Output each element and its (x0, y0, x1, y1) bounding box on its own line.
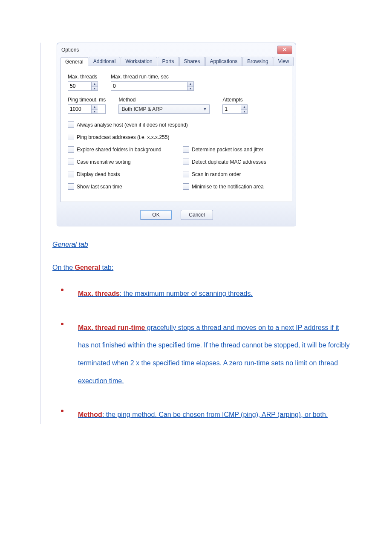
ping-timeout-input[interactable] (68, 105, 91, 113)
tab-body: Max. threads ▲ ▼ Max. thread run-time, s… (61, 66, 292, 202)
cancel-button[interactable]: Cancel (181, 210, 213, 220)
intro-prefix: On the (52, 264, 75, 271)
checkbox-icon (68, 183, 74, 190)
titlebar: Options (57, 43, 296, 54)
intro-bold: General (75, 264, 100, 271)
checkbox-icon (68, 146, 74, 153)
max-runtime-spinner[interactable]: ▲ ▼ (111, 81, 194, 91)
close-icon (282, 47, 287, 53)
tab-view[interactable]: View (274, 57, 294, 66)
max-threads-input[interactable] (68, 82, 91, 90)
checkbox-icon (68, 171, 74, 177)
tab-general[interactable]: General (61, 57, 88, 66)
check-scan-random[interactable]: Scan in random order (183, 171, 281, 177)
spin-up-icon[interactable]: ▲ (92, 105, 98, 110)
figure-caption: General tab (52, 239, 351, 250)
check-packet-loss[interactable]: Determine packet loss and jitter (183, 146, 281, 153)
ok-button[interactable]: OK (140, 210, 172, 220)
spin-down-icon[interactable]: ▼ (92, 110, 98, 114)
tab-browsing[interactable]: Browsing (242, 57, 273, 66)
max-threads-spinner[interactable]: ▲ ▼ (68, 81, 98, 91)
dialog-title: Options (61, 47, 79, 53)
checkbox-icon (183, 183, 189, 190)
checkbox-icon (183, 146, 189, 153)
tab-ports[interactable]: Ports (158, 57, 179, 66)
item-list: Max. threads: the maximum number of scan… (52, 285, 351, 424)
max-threads-label: Max. threads (68, 74, 98, 80)
attempts-spinner[interactable]: ▲ ▼ (222, 104, 248, 114)
spin-down-icon[interactable]: ▼ (241, 110, 247, 114)
check-detect-dup-mac[interactable]: Detect duplicate MAC addresses (183, 159, 281, 165)
check-display-dead[interactable]: Display dead hosts (68, 171, 166, 177)
tabs-row: General Additional Workstation Ports Sha… (57, 54, 296, 66)
check-label: Determine packet loss and jitter (192, 147, 263, 153)
tab-workstation[interactable]: Workstation (121, 57, 157, 66)
check-label: Show last scan time (77, 184, 122, 190)
item-term: Method (78, 411, 102, 418)
check-ping-broadcast[interactable]: Ping broadcast addresses (i.e. x.x.x.255… (68, 134, 169, 140)
spin-up-icon[interactable]: ▲ (241, 105, 247, 110)
list-item: Method: the ping method. Can be chosen f… (52, 406, 351, 424)
check-label: Ping broadcast addresses (i.e. x.x.x.255… (77, 134, 169, 140)
check-always-analyse[interactable]: Always analyse host (even if it does not… (68, 121, 188, 128)
check-label: Explore shared folders in background (77, 147, 161, 153)
item-rest: gracefully stops a thread and moves on t… (78, 324, 350, 384)
tab-additional[interactable]: Additional (89, 57, 121, 66)
spin-down-icon[interactable]: ▼ (187, 87, 193, 91)
check-minimise-tray[interactable]: Minimise to the notification area (183, 183, 281, 190)
checkbox-icon (68, 159, 74, 165)
list-item: Max. thread run-time gracefully stops a … (52, 319, 351, 390)
spin-up-icon[interactable]: ▲ (92, 82, 98, 87)
options-dialog: Options General Additional Workstation P… (57, 43, 296, 226)
intro-line: On the General tab: (52, 262, 351, 273)
attempts-input[interactable] (223, 105, 241, 113)
check-label: Display dead hosts (77, 171, 120, 177)
chevron-down-icon: ▼ (203, 107, 207, 111)
method-label: Method (118, 97, 210, 103)
tab-applications[interactable]: Applications (205, 57, 242, 66)
item-rest: : the maximum number of scanning threads… (120, 290, 253, 297)
check-label: Always analyse host (even if it does not… (77, 122, 188, 128)
dialog-buttons: OK Cancel (57, 205, 296, 226)
max-runtime-label: Max. thread run-time, sec (111, 74, 194, 80)
method-dropdown[interactable]: Both ICMP & ARP ▼ (118, 104, 210, 114)
method-value: Both ICMP & ARP (121, 106, 163, 112)
intro-suffix: tab: (100, 264, 113, 271)
spin-up-icon[interactable]: ▲ (187, 82, 193, 87)
check-case-insensitive[interactable]: Case insensitive sorting (68, 159, 166, 165)
ping-timeout-label: Ping timeout, ms (68, 97, 106, 103)
tab-shares[interactable]: Shares (179, 57, 205, 66)
close-button[interactable] (277, 46, 292, 54)
check-show-last-scan[interactable]: Show last scan time (68, 183, 166, 190)
check-label: Scan in random order (192, 171, 241, 177)
check-explore-shared[interactable]: Explore shared folders in background (68, 146, 166, 153)
check-label: Minimise to the notification area (192, 184, 264, 190)
checkbox-icon (183, 159, 189, 165)
check-label: Case insensitive sorting (77, 159, 131, 165)
max-runtime-input[interactable] (111, 82, 187, 90)
checkbox-icon (68, 134, 74, 140)
attempts-label: Attempts (222, 97, 248, 103)
checkbox-icon (68, 121, 74, 128)
list-item: Max. threads: the maximum number of scan… (52, 285, 351, 303)
article: General tab On the General tab: Max. thr… (52, 239, 351, 424)
item-term: Max. thread run-time (78, 324, 145, 331)
item-term: Max. threads (78, 290, 120, 297)
spin-down-icon[interactable]: ▼ (92, 87, 98, 91)
check-label: Detect duplicate MAC addresses (192, 159, 266, 165)
ping-timeout-spinner[interactable]: ▲ ▼ (68, 104, 106, 114)
item-rest: : the ping method. Can be chosen from IC… (102, 411, 328, 418)
checkbox-icon (183, 171, 189, 177)
